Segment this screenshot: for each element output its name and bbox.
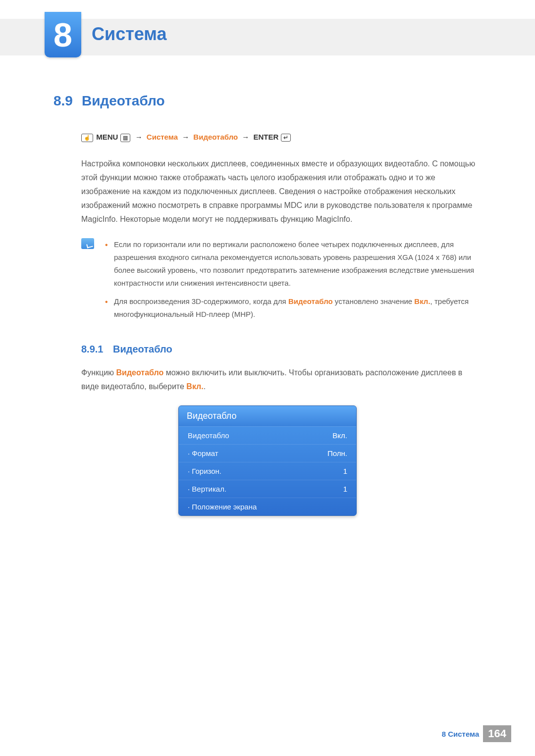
osd-row: Вертикал. 1 [179,480,356,498]
remote-icon: ☝ [81,134,93,142]
chapter-title: Система [92,24,167,45]
osd-label: Формат [188,449,218,457]
menu-breadcrumb: ☝ MENU ▥ → Система → Видеотабло → ENTER … [81,133,482,142]
footer-chapter-label: 8 Система [442,730,480,738]
enter-icon: ↵ [281,134,291,142]
osd-value: 1 [343,467,347,475]
note2-mid: установлено значение [333,297,415,305]
breadcrumb-step-1: Система [147,133,178,141]
subpara-pre: Функцию [81,368,116,377]
osd-label: Видеотабло [188,431,229,440]
note-list: Если по горизонтали или по вертикали рас… [102,238,482,326]
note-item-1: Если по горизонтали или по вертикали рас… [102,238,482,290]
note2-bold1: Видеотабло [288,297,333,305]
page-content: 8.9 Видеотабло ☝ MENU ▥ → Система → Виде… [54,93,482,516]
osd-value: Полн. [327,449,347,457]
subsection-title: Видеотабло [113,344,172,354]
subpara-bold1: Видеотабло [116,368,164,377]
subsection-paragraph: Функцию Видеотабло можно включить или вы… [81,366,482,394]
menu-grid-icon: ▥ [120,134,130,142]
osd-row: Горизон. 1 [179,462,356,480]
subsection-heading: 8.9.1 Видеотабло [81,344,482,355]
osd-label: Положение экрана [188,503,257,511]
note-item-2: Для воспроизведения 3D-содержимого, когд… [102,295,482,321]
subpara-bold2: Вкл. [186,382,203,391]
chapter-number-tab: 8 [45,12,81,57]
arrow-icon: → [133,133,145,141]
subsection-number: 8.9.1 [81,344,103,354]
breadcrumb-enter: ENTER [253,133,278,141]
note-block: Если по горизонтали или по вертикали рас… [81,238,482,326]
note-icon [81,238,94,249]
breadcrumb-step-2: Видеотабло [193,133,238,141]
section-heading: 8.9 Видеотабло [54,93,482,109]
note2-pre: Для воспроизведения 3D-содержимого, когд… [114,297,288,305]
osd-label: Вертикал. [188,485,226,493]
page-footer: 8 Система 164 [442,725,511,742]
arrow-icon: → [180,133,191,141]
breadcrumb-menu: MENU [96,133,118,141]
osd-row: Формат Полн. [179,444,356,462]
osd-panel: Видеотабло Видеотабло Вкл. Формат Полн. … [178,405,357,516]
footer-page-number: 164 [483,725,511,742]
intro-paragraph: Настройка компоновки нескольких дисплеев… [81,157,482,226]
osd-title: Видеотабло [179,406,356,426]
subpara-post: . [204,382,206,391]
osd-value: Вкл. [332,431,347,440]
section-number: 8.9 [54,93,73,109]
osd-label: Горизон. [188,467,221,475]
arrow-icon: → [240,133,251,141]
osd-row: Положение экрана [179,498,356,515]
note2-bold2: Вкл. [414,297,430,305]
section-title: Видеотабло [82,93,165,109]
osd-row: Видеотабло Вкл. [179,426,356,444]
osd-value: 1 [343,485,347,493]
